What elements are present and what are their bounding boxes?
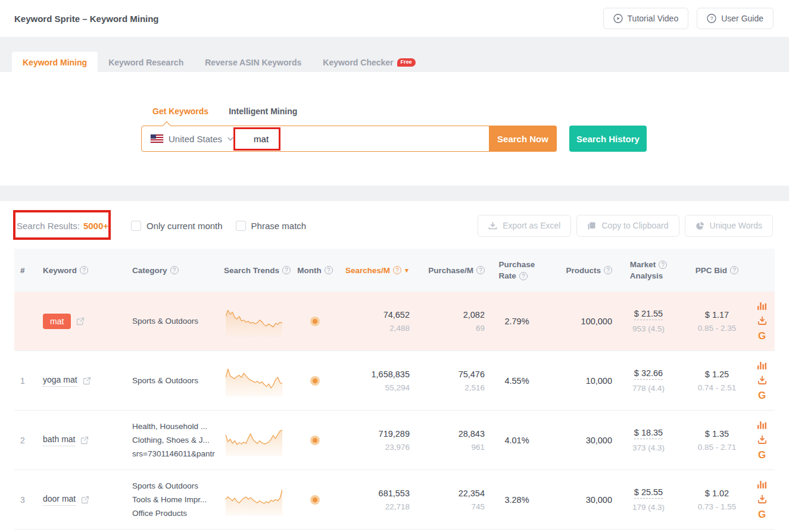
- search-trend-cell[interactable]: [216, 364, 292, 398]
- table-row: 1 yoga mat Sports & Outdoors 1,658,835 5…: [14, 351, 775, 411]
- only-current-month-checkbox[interactable]: Only current month: [131, 221, 223, 231]
- free-badge: Free: [397, 58, 416, 67]
- market-price-link[interactable]: $ 18.35: [634, 428, 663, 439]
- help-icon[interactable]: ?: [659, 261, 667, 269]
- keyword-link[interactable]: door mat: [43, 494, 76, 506]
- purchase-cell: 28,843 961: [410, 429, 485, 452]
- unique-words-button[interactable]: Unique Words: [685, 215, 773, 237]
- tutorial-video-button[interactable]: Tutorial Video: [603, 8, 689, 29]
- help-icon[interactable]: ?: [393, 266, 401, 274]
- help-icon[interactable]: ?: [80, 266, 88, 274]
- search-history-button[interactable]: Search History: [569, 126, 647, 152]
- searches-cell: 74,652 2,488: [338, 310, 410, 333]
- country-select[interactable]: United States: [142, 126, 243, 151]
- keyword-cell: yoga mat: [35, 375, 124, 387]
- external-link-icon[interactable]: [81, 496, 89, 504]
- products-cell: 30,000: [549, 495, 612, 505]
- us-flag-icon: [151, 134, 163, 143]
- market-price-link[interactable]: $ 25.55: [634, 487, 663, 499]
- google-g-icon[interactable]: G: [758, 331, 766, 341]
- row-actions-cell: G: [749, 480, 775, 520]
- month-dot-icon: [310, 495, 320, 505]
- month-cell[interactable]: [292, 376, 338, 386]
- external-link-icon[interactable]: [80, 436, 89, 445]
- month-cell[interactable]: [292, 436, 338, 445]
- searches-cell: 719,289 23,976: [338, 429, 410, 452]
- help-icon[interactable]: ?: [476, 266, 485, 274]
- market-analysis-cell: $ 32.66 778 (4.4): [612, 368, 685, 393]
- search-now-button[interactable]: Search Now: [489, 126, 557, 152]
- copy-icon: [587, 221, 596, 230]
- table-row: 3 door mat Sports & OutdoorsTools & Home…: [14, 470, 775, 530]
- results-actions: Export as Excel Copy to Clipboard Unique…: [478, 215, 773, 237]
- month-cell[interactable]: [292, 317, 338, 326]
- keyword-cell: bath mat: [35, 434, 124, 446]
- keyword-link[interactable]: yoga mat: [43, 375, 77, 387]
- main-tab-bar: Keyword Mining Keyword Research Reverse …: [0, 37, 789, 72]
- download-icon[interactable]: [757, 435, 767, 445]
- month-dot-icon: [310, 317, 320, 326]
- search-trend-cell[interactable]: [216, 424, 292, 457]
- download-icon: [488, 221, 497, 230]
- col-market-analysis: Market?Analysis: [612, 259, 685, 281]
- results-panel: Search Results: 5000+ Only current month…: [0, 201, 789, 532]
- month-cell[interactable]: [292, 495, 338, 505]
- keywords-table: # Keyword? Category? Search Trends? Mont…: [14, 249, 775, 530]
- col-searches[interactable]: Searches/M?▼: [338, 266, 410, 275]
- google-g-icon[interactable]: G: [758, 450, 766, 460]
- export-as-excel-button[interactable]: Export as Excel: [478, 215, 571, 237]
- subtab-get-keywords[interactable]: Get Keywords: [152, 107, 208, 116]
- help-icon[interactable]: ?: [325, 266, 333, 274]
- help-icon[interactable]: ?: [170, 266, 179, 274]
- category-cell: Sports & Outdoors: [124, 314, 216, 328]
- market-price-link[interactable]: $ 32.66: [634, 368, 663, 380]
- tab-keyword-mining[interactable]: Keyword Mining: [12, 52, 98, 72]
- help-icon[interactable]: ?: [604, 266, 612, 274]
- external-link-icon[interactable]: [83, 377, 91, 385]
- checkbox-box[interactable]: [236, 221, 246, 231]
- external-link-icon[interactable]: [76, 317, 85, 326]
- month-dot-icon: [310, 376, 320, 386]
- row-actions-cell: G: [749, 421, 775, 460]
- download-icon[interactable]: [757, 375, 767, 385]
- download-icon[interactable]: [757, 495, 767, 504]
- row-actions-cell: G: [749, 302, 775, 341]
- tab-keyword-research[interactable]: Keyword Research: [98, 52, 194, 72]
- bar-chart-icon[interactable]: [757, 361, 767, 370]
- search-bar: United States Search Now: [141, 126, 557, 152]
- checkbox-box[interactable]: [131, 221, 141, 231]
- bar-chart-icon[interactable]: [757, 480, 767, 489]
- bar-chart-icon[interactable]: [757, 302, 767, 311]
- ppc-bid-cell: $ 1.35 0.85 - 2.71: [685, 429, 749, 452]
- phrase-match-checkbox[interactable]: Phrase match: [236, 221, 307, 231]
- keyword-badge: mat: [43, 314, 71, 329]
- tab-keyword-checker[interactable]: Keyword Checker Free: [312, 52, 426, 72]
- tab-reverse-asin-keywords[interactable]: Reverse ASIN Keywords: [194, 52, 312, 72]
- help-icon[interactable]: ?: [519, 272, 528, 280]
- copy-to-clipboard-button[interactable]: Copy to Clipboard: [576, 215, 679, 237]
- searches-cell: 1,658,835 55,294: [338, 370, 410, 392]
- products-cell: 100,000: [549, 317, 612, 326]
- keyword-link[interactable]: bath mat: [43, 434, 75, 446]
- ppc-bid-cell: $ 1.25 0.74 - 2.51: [685, 370, 749, 392]
- subtab-intelligent-mining[interactable]: Intelligent Mining: [229, 107, 297, 116]
- help-icon[interactable]: ?: [730, 266, 738, 274]
- market-price-link[interactable]: $ 21.55: [634, 309, 663, 320]
- search-trend-cell[interactable]: [216, 483, 292, 517]
- row-actions-cell: G: [749, 361, 775, 400]
- question-circle-icon: ?: [707, 14, 716, 23]
- download-icon[interactable]: [757, 316, 767, 326]
- col-month: Month?: [292, 266, 338, 275]
- google-g-icon[interactable]: G: [758, 390, 766, 400]
- bar-chart-icon[interactable]: [757, 421, 767, 430]
- search-trend-cell[interactable]: [216, 305, 292, 338]
- search-input[interactable]: [243, 126, 489, 151]
- trend-sparkline: [226, 424, 282, 457]
- google-g-icon[interactable]: G: [758, 509, 766, 520]
- tutorial-video-label: Tutorial Video: [628, 14, 679, 23]
- help-icon[interactable]: ?: [282, 266, 291, 274]
- market-analysis-cell: $ 21.55 953 (4.5): [612, 309, 685, 333]
- table-row: mat Sports & Outdoors 74,652 2,488 2,082…: [14, 292, 775, 351]
- svg-text:?: ?: [710, 15, 713, 21]
- user-guide-button[interactable]: ? User Guide: [697, 8, 774, 29]
